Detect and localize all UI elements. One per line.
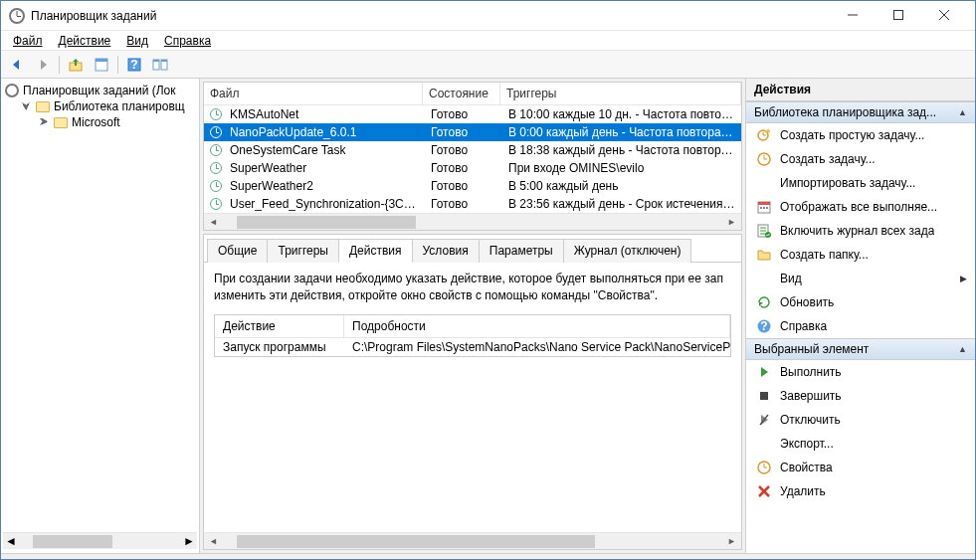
main-area: Планировщик заданий (Лок ⮟ Библиотека пл… (1, 79, 975, 553)
details-hscrollbar[interactable]: ◄ ► (204, 532, 741, 549)
actions-section-selected[interactable]: Выбранный элемент ▲ (746, 338, 975, 360)
action-обновить[interactable]: Обновить (746, 290, 975, 314)
window-title: Планировщик заданий (31, 9, 830, 23)
tab-history[interactable]: Журнал (отключен) (563, 239, 692, 263)
action-создать-простую-задачу-[interactable]: Создать простую задачу... (746, 123, 975, 147)
list-hscrollbar[interactable]: ◄ ► (204, 213, 741, 230)
tab-settings[interactable]: Параметры (479, 239, 564, 263)
properties-button[interactable] (90, 53, 113, 77)
tree-root-label: Планировщик заданий (Лок (23, 84, 176, 97)
svg-rect-23 (766, 207, 768, 209)
task-row[interactable]: SuperWeatherГотовоПри входе OMINES\evilo (204, 159, 741, 177)
action-вид[interactable]: Вид▶ (746, 267, 975, 290)
action-выполнить[interactable]: Выполнить (746, 360, 975, 384)
action-item-label: Создать простую задачу... (780, 128, 924, 142)
close-button[interactable] (921, 0, 967, 30)
task-trigger: В 18:38 каждый день - Частота повтора по… (502, 143, 741, 157)
expander-icon[interactable]: ⮞ (39, 117, 50, 128)
help-button[interactable]: ? (122, 53, 146, 77)
tree-root[interactable]: Планировщик заданий (Лок (3, 83, 197, 98)
tree-library[interactable]: ⮟ Библиотека планировщ (3, 98, 197, 114)
action-справка[interactable]: ?Справка (746, 314, 975, 338)
scroll-right-icon[interactable]: ► (724, 536, 739, 546)
actions-pane-body: Библиотека планировщика зад... ▲ Создать… (746, 101, 975, 553)
col-details[interactable]: Подробности (344, 315, 730, 337)
expander-icon[interactable]: ⮟ (21, 101, 32, 112)
tab-conditions[interactable]: Условия (412, 239, 480, 263)
col-state[interactable]: Состояние (423, 83, 500, 104)
action-удалить[interactable]: Удалить (746, 479, 975, 503)
svg-rect-21 (760, 207, 762, 209)
clock-icon (210, 108, 222, 120)
scroll-left-icon[interactable]: ◄ (206, 217, 221, 227)
task-list-header: Файл Состояние Триггеры (204, 83, 741, 105)
action-включить-журнал-всех-зада[interactable]: Включить журнал всех зада (746, 219, 975, 243)
task-trigger: При входе OMINES\evilo (502, 161, 741, 175)
maximize-button[interactable] (876, 0, 921, 30)
action-экспорт-[interactable]: Экспорт... (746, 432, 975, 456)
task-row[interactable]: NanoPackUpdate_6.0.1ГотовоВ 0:00 каждый … (204, 123, 741, 141)
menubar: Файл Действие Вид Справка (1, 31, 975, 51)
scroll-right-icon[interactable]: ► (724, 217, 739, 227)
svg-rect-11 (153, 60, 159, 62)
col-file[interactable]: Файл (204, 83, 423, 104)
up-level-button[interactable] (64, 53, 88, 77)
clock-icon (210, 180, 222, 192)
scroll-thumb[interactable] (237, 535, 595, 548)
action-item-label: Выполнить (780, 365, 842, 379)
action-импортировать-задачу-[interactable]: Импортировать задачу... (746, 171, 975, 195)
task-row[interactable]: OneSystemCare TaskГотовоВ 18:38 каждый д… (204, 141, 741, 159)
scroll-left-icon[interactable]: ◄ (206, 536, 221, 546)
task-trigger: В 10:00 каждые 10 дн. - Частота повтора … (502, 107, 741, 121)
action-type: Запуск программы (215, 338, 344, 356)
task-list: Файл Состояние Триггеры KMSAutoNetГотово… (203, 82, 742, 231)
task-name: SuperWeather (224, 161, 425, 175)
menu-view[interactable]: Вид (120, 32, 154, 50)
clock-icon (210, 144, 222, 156)
svg-text:?: ? (760, 319, 767, 333)
action-row[interactable]: Запуск программыC:\Program Files\SystemN… (215, 338, 730, 356)
menu-help[interactable]: Справка (158, 32, 217, 50)
statusbar (1, 553, 975, 559)
actions-section-library[interactable]: Библиотека планировщика зад... ▲ (746, 101, 975, 123)
task-state: Готово (425, 125, 502, 139)
task-row[interactable]: User_Feed_Synchronization-{3CF8E10...Гот… (204, 195, 741, 213)
col-action[interactable]: Действие (215, 315, 344, 337)
action-отключить[interactable]: Отключить (746, 408, 975, 432)
task-state: Готово (425, 179, 502, 193)
action-создать-задачу-[interactable]: Создать задачу... (746, 147, 975, 171)
task-name: OneSystemCare Task (224, 143, 425, 157)
task-name: SuperWeather2 (224, 179, 425, 193)
scroll-thumb[interactable] (33, 535, 112, 548)
tree-hscrollbar[interactable]: ◄ ► (3, 532, 197, 549)
action-создать-папку-[interactable]: Создать папку... (746, 243, 975, 267)
menu-action[interactable]: Действие (53, 32, 117, 50)
nav-back-button[interactable] (5, 53, 29, 77)
action-отображать-все-выполняе-[interactable]: Отображать все выполняе... (746, 195, 975, 219)
scroll-thumb[interactable] (237, 216, 416, 229)
menu-file[interactable]: Файл (7, 32, 49, 50)
scroll-left-icon[interactable]: ◄ (5, 534, 17, 548)
log-icon (756, 223, 772, 239)
disable-icon (756, 412, 772, 428)
action-свойства[interactable]: Свойства (746, 456, 975, 479)
svg-rect-12 (161, 60, 167, 62)
tab-triggers[interactable]: Триггеры (267, 239, 339, 263)
nav-forward-button[interactable] (31, 53, 55, 77)
panes-button[interactable] (148, 53, 172, 77)
clock-icon (210, 162, 222, 174)
tab-actions[interactable]: Действия (338, 239, 413, 263)
scroll-right-icon[interactable]: ► (183, 534, 195, 548)
task-row[interactable]: KMSAutoNetГотовоВ 10:00 каждые 10 дн. - … (204, 105, 741, 123)
window-controls (830, 1, 967, 30)
action-завершить[interactable]: Завершить (746, 384, 975, 408)
details-description: При создании задачи необходимо указать д… (214, 271, 731, 304)
tree-microsoft[interactable]: ⮞ Microsoft (3, 114, 197, 130)
minimize-button[interactable] (830, 0, 876, 30)
task-row[interactable]: SuperWeather2ГотовоВ 5:00 каждый день (204, 177, 741, 195)
svg-rect-31 (760, 392, 768, 400)
action-item-label: Отображать все выполняе... (780, 200, 937, 214)
action-item-label: Создать папку... (780, 248, 869, 262)
col-triggers[interactable]: Триггеры (500, 83, 741, 104)
tab-general[interactable]: Общие (207, 239, 268, 263)
